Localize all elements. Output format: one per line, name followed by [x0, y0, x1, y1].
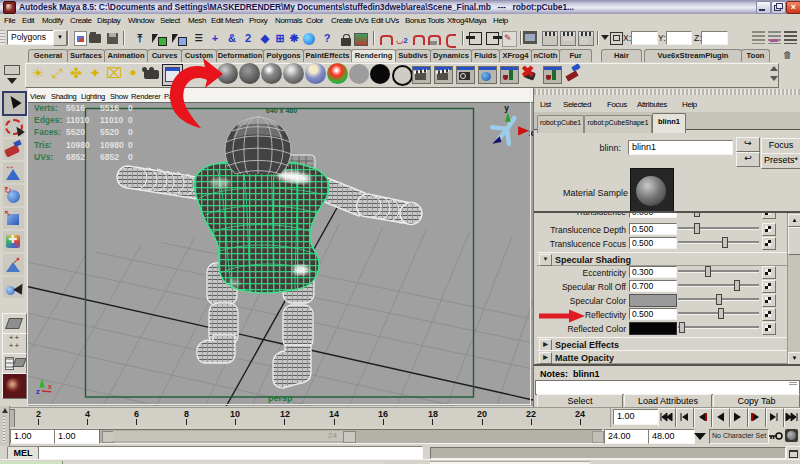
svg-text:10980: 10980 [100, 140, 124, 150]
svg-text:x: x [48, 383, 52, 390]
svg-text:Verts:: Verts: [34, 103, 58, 113]
svg-text:Edges:: Edges: [34, 115, 63, 125]
svg-text:640 x 480: 640 x 480 [266, 107, 297, 114]
svg-text:y: y [504, 104, 509, 113]
svg-text:6852: 6852 [100, 152, 119, 162]
svg-text:z: z [36, 387, 40, 396]
svg-text:5520: 5520 [66, 127, 85, 137]
svg-text:10980: 10980 [66, 140, 90, 150]
svg-text:5516: 5516 [66, 103, 85, 113]
svg-text:5516: 5516 [100, 103, 119, 113]
svg-text:0: 0 [128, 140, 133, 150]
svg-text:0: 0 [128, 103, 133, 113]
svg-text:5520: 5520 [100, 127, 119, 137]
svg-text:UVs:: UVs: [34, 152, 54, 162]
svg-text:11010: 11010 [66, 115, 89, 125]
svg-text:0: 0 [128, 115, 133, 125]
svg-text:Faces:: Faces: [34, 127, 61, 137]
svg-text:6852: 6852 [66, 152, 85, 162]
svg-text:Tris:: Tris: [34, 140, 52, 150]
svg-text:0: 0 [128, 127, 133, 137]
svg-text:persp: persp [268, 393, 293, 403]
svg-text:0: 0 [128, 152, 133, 162]
svg-text:11010: 11010 [100, 115, 123, 125]
